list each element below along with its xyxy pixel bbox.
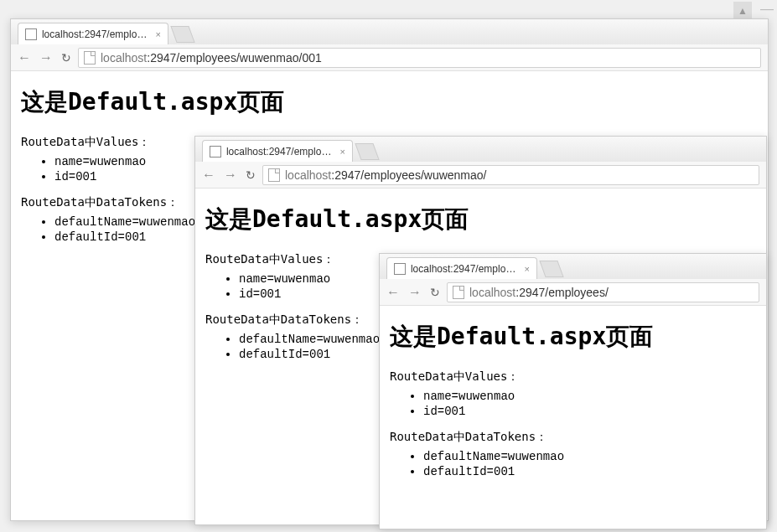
- address-input[interactable]: localhost:2947/employees/: [447, 282, 759, 302]
- page-icon: [25, 28, 37, 40]
- reload-icon[interactable]: ↻: [246, 168, 256, 182]
- tab-bar: localhost:2947/employe ×: [380, 254, 766, 279]
- page-title: 这是Default.aspx页面: [390, 321, 756, 353]
- list-item: defaultName=wuwenmao: [423, 450, 756, 463]
- close-icon[interactable]: ×: [156, 29, 161, 39]
- tab-bar: localhost:2947/employe ×: [195, 137, 766, 162]
- page-icon: [394, 263, 406, 275]
- browser-tab[interactable]: localhost:2947/employe ×: [18, 23, 168, 44]
- window-minimize-icon[interactable]: —: [760, 2, 774, 17]
- new-tab-button[interactable]: [539, 261, 563, 277]
- forward-icon[interactable]: →: [39, 50, 53, 65]
- url-text: localhost:2947/employees/wuwenmao/: [285, 168, 487, 182]
- tab-title: localhost:2947/employe: [42, 28, 148, 40]
- values-heading: RouteData中Values：: [390, 369, 756, 385]
- user-icon[interactable]: ▲: [733, 2, 752, 20]
- reload-icon[interactable]: ↻: [61, 51, 71, 65]
- close-icon[interactable]: ×: [525, 264, 530, 274]
- page-content: 这是Default.aspx页面 RouteData中Values： name=…: [380, 306, 766, 529]
- paper-icon: [453, 286, 464, 299]
- new-tab-button[interactable]: [355, 143, 379, 160]
- paper-icon: [268, 168, 280, 182]
- url-bar: ← → ↻ localhost:2947/employees/wuwenmao/…: [11, 44, 768, 71]
- tab-bar: localhost:2947/employe ×: [11, 19, 768, 44]
- browser-tab[interactable]: localhost:2947/employe ×: [386, 257, 537, 279]
- page-title: 这是Default.aspx页面: [21, 86, 758, 118]
- back-icon[interactable]: ←: [18, 50, 31, 65]
- list-item: name=wuwenmao: [423, 390, 756, 403]
- new-tab-button[interactable]: [170, 26, 194, 43]
- browser-window-3: localhost:2947/employe × ← → ↻ localhost…: [379, 253, 767, 529]
- page-icon: [210, 146, 221, 158]
- url-bar: ← → ↻ localhost:2947/employees/wuwenmao/: [195, 162, 766, 189]
- forward-icon[interactable]: →: [408, 285, 422, 300]
- page-title: 这是Default.aspx页面: [205, 204, 756, 235]
- nav-controls: ← → ↻: [386, 285, 440, 300]
- tokens-heading: RouteData中DataTokens：: [390, 430, 756, 445]
- url-bar: ← → ↻ localhost:2947/employees/: [380, 279, 766, 306]
- values-list: name=wuwenmao id=001: [390, 390, 756, 418]
- list-item: id=001: [423, 405, 756, 418]
- nav-controls: ← → ↻: [18, 50, 71, 65]
- nav-controls: ← → ↻: [202, 168, 256, 183]
- url-text: localhost:2947/employees/: [469, 286, 609, 299]
- close-icon[interactable]: ×: [340, 147, 345, 157]
- reload-icon[interactable]: ↻: [430, 286, 440, 299]
- browser-tab[interactable]: localhost:2947/employe ×: [202, 140, 353, 162]
- back-icon[interactable]: ←: [386, 285, 400, 300]
- tab-title: localhost:2947/employe: [411, 263, 516, 275]
- forward-icon[interactable]: →: [224, 168, 237, 183]
- tokens-list: defaultName=wuwenmao defaultId=001: [390, 450, 756, 478]
- address-input[interactable]: localhost:2947/employees/wuwenmao/001: [78, 48, 761, 68]
- address-input[interactable]: localhost:2947/employees/wuwenmao/: [262, 165, 759, 185]
- paper-icon: [84, 51, 96, 65]
- list-item: defaultId=001: [423, 465, 756, 478]
- tab-title: localhost:2947/employe: [226, 146, 332, 158]
- url-text: localhost:2947/employees/wuwenmao/001: [101, 51, 322, 65]
- back-icon[interactable]: ←: [202, 168, 215, 183]
